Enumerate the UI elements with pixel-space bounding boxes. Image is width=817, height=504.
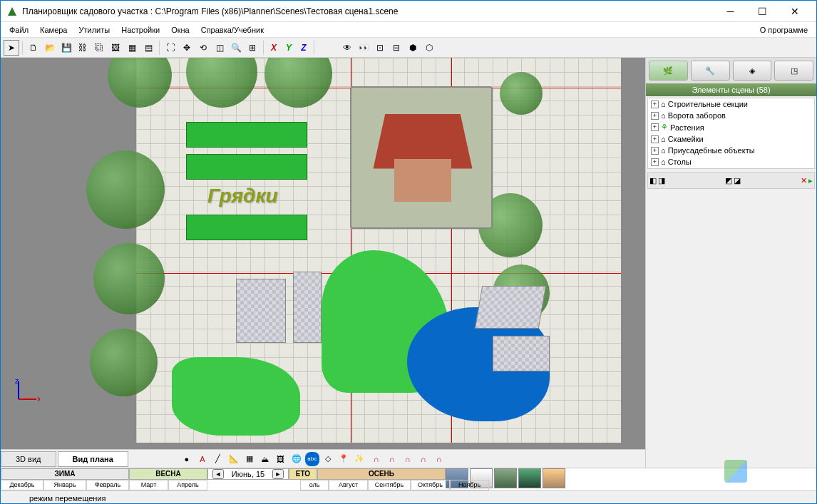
prop-btn2-icon[interactable]: ◨	[658, 176, 665, 185]
rotate-icon[interactable]: ⟲	[195, 40, 211, 56]
tree-item-sections[interactable]: +⌂Строительные секции	[648, 98, 814, 110]
house-object[interactable]	[350, 86, 493, 229]
picture-icon[interactable]: 🖼	[274, 452, 288, 466]
grid-icon[interactable]: ▦	[124, 40, 140, 56]
pointer-tool-icon[interactable]: ➤	[4, 40, 19, 56]
tab-3d-view[interactable]: 3D вид	[1, 451, 56, 467]
month-jul[interactable]: оль	[300, 480, 329, 490]
prop-delete-icon[interactable]: ✕	[801, 176, 807, 185]
month-oct[interactable]: Октябрь	[411, 480, 450, 490]
axis-y-button[interactable]: Y	[282, 40, 296, 56]
menu-about[interactable]: О программе	[754, 24, 813, 36]
month-jan[interactable]: Январь	[43, 480, 86, 490]
titlebar: Планировщик садового участка : C:\Progra…	[1, 1, 816, 22]
date-next-button[interactable]: ►	[272, 469, 284, 479]
terrain-icon[interactable]: ⛰	[258, 452, 272, 466]
folder-icon: ⌂	[661, 135, 666, 143]
axis-x-button[interactable]: X	[267, 40, 281, 56]
rp-tab-materials[interactable]: ◳	[774, 61, 813, 81]
menu-help[interactable]: Справка/Учебник	[195, 24, 269, 36]
magnet5-icon[interactable]: ∩	[432, 452, 446, 466]
grid2-icon[interactable]: ▦	[242, 452, 257, 466]
garden-plan: Грядки	[136, 58, 621, 443]
light-icon[interactable]: ●	[180, 452, 194, 466]
menubar: Файл Камера Утилиты Настройки Окна Справ…	[1, 22, 816, 38]
measure-icon[interactable]: 📐	[227, 452, 241, 466]
month-apr[interactable]: Апрель	[168, 480, 207, 490]
image-icon[interactable]: 🖼	[108, 40, 123, 56]
month-dec[interactable]: Декабрь	[1, 480, 43, 490]
viewport[interactable]: Грядки x z	[1, 58, 645, 449]
menu-camera[interactable]: Камера	[34, 24, 73, 36]
month-mar[interactable]: Март	[129, 480, 168, 490]
rp-tab-tools[interactable]: 🔧	[691, 61, 730, 81]
prop-apply-icon[interactable]: ▸	[808, 176, 813, 185]
new-icon[interactable]: 🗋	[26, 40, 41, 56]
line-icon[interactable]: ╱	[211, 452, 225, 466]
prop-btn1-icon[interactable]: ◧	[649, 176, 657, 185]
window-title: Планировщик садового участка : C:\Progra…	[22, 6, 714, 16]
select-rect-icon[interactable]: ◫	[212, 40, 227, 56]
scene-tree[interactable]: +⌂Строительные секции +⌂Ворота заборов +…	[647, 98, 815, 169]
magnet3-icon[interactable]: ∩	[401, 452, 415, 466]
rp-tab-elements[interactable]: 🌿	[649, 61, 688, 81]
scene-elements-header: Элементы сцены (58)	[646, 83, 816, 96]
month-aug[interactable]: Август	[329, 480, 368, 490]
magnet1-icon[interactable]: ∩	[369, 452, 384, 466]
app-icon	[6, 6, 18, 17]
date-navigator: ◄ Июнь, 15 ►	[207, 468, 289, 480]
save-icon[interactable]: 💾	[58, 40, 74, 56]
list-icon[interactable]: ▤	[140, 40, 156, 56]
axis-z-button[interactable]: Z	[297, 40, 311, 56]
tree-item-gates[interactable]: +⌂Ворота заборов	[648, 110, 814, 121]
folder-icon: ⌂	[661, 111, 666, 120]
camera-front-icon[interactable]: 👀	[356, 40, 371, 56]
menu-settings[interactable]: Настройки	[115, 24, 165, 36]
close-button[interactable]: ✕	[779, 1, 811, 21]
camera-walk-icon[interactable]: 👁	[339, 40, 355, 56]
maximize-button[interactable]: ☐	[746, 1, 779, 21]
pin-icon[interactable]: 📍	[336, 452, 351, 466]
globe-icon[interactable]: 🌐	[289, 452, 304, 466]
camera-top-icon[interactable]: ⊡	[372, 40, 388, 56]
month-sep[interactable]: Сентябрь	[368, 480, 411, 490]
tree-item-objects[interactable]: +⌂Приусадебные объекты	[648, 145, 814, 156]
zoom-fit-icon[interactable]: ⛶	[163, 40, 178, 56]
copy-icon[interactable]: ⿻	[91, 40, 107, 56]
season-fall[interactable]: ОСЕНЬ	[317, 468, 446, 480]
tab-plan-view[interactable]: Вид плана	[58, 451, 128, 467]
menu-utilities[interactable]: Утилиты	[73, 24, 116, 36]
season-winter[interactable]: ЗИМА	[1, 468, 129, 480]
date-prev-button[interactable]: ◄	[212, 469, 224, 479]
move-icon[interactable]: ✥	[179, 40, 195, 56]
menu-file[interactable]: Файл	[4, 24, 34, 36]
tree-item-tables[interactable]: +⌂Столы	[648, 156, 814, 168]
open-icon[interactable]: 📂	[42, 40, 58, 56]
canvas-area: Грядки x z	[1, 58, 645, 468]
menu-windows[interactable]: Окна	[165, 24, 195, 36]
abc-icon[interactable]: abc	[305, 452, 319, 466]
month-nov[interactable]: Ноябрь	[450, 480, 489, 490]
shape-icon[interactable]: ◇	[321, 452, 335, 466]
prop-btn4-icon[interactable]: ◪	[734, 176, 741, 185]
camera-side-icon[interactable]: ⊟	[389, 40, 404, 56]
tree-item-plants[interactable]: +⚘Растения	[648, 121, 814, 133]
camera-persp-icon[interactable]: ⬢	[405, 40, 421, 56]
minimize-button[interactable]: ─	[714, 1, 746, 21]
preview-thumbnails	[446, 468, 565, 480]
zoom-window-icon[interactable]: 🔍	[228, 40, 244, 56]
rp-tab-layers[interactable]: ◈	[733, 61, 772, 81]
wand-icon[interactable]: ✨	[352, 452, 366, 466]
snap-icon[interactable]: ⊞	[245, 40, 260, 56]
prop-btn3-icon[interactable]: ◩	[725, 176, 732, 185]
link-icon[interactable]: ⛓	[75, 40, 91, 56]
magnet4-icon[interactable]: ∩	[416, 452, 431, 466]
month-feb[interactable]: Февраль	[86, 480, 129, 490]
season-spring[interactable]: ВЕСНА	[129, 468, 207, 480]
tree-item-benches[interactable]: +⌂Скамейки	[648, 133, 814, 145]
camera-ortho-icon[interactable]: ⬡	[421, 40, 437, 56]
text-icon[interactable]: A	[195, 452, 210, 466]
season-summer[interactable]: ЕТО	[289, 468, 317, 480]
magnet2-icon[interactable]: ∩	[385, 452, 399, 466]
wrench-icon: 🔧	[705, 66, 715, 76]
